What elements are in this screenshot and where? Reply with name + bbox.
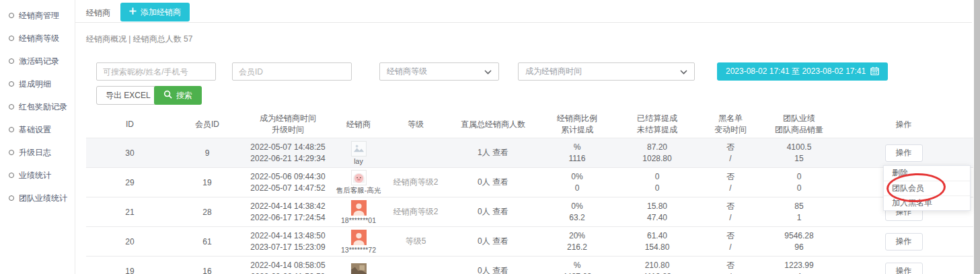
cell-ratio-commission: % 4427.63	[537, 260, 617, 274]
cell-blacklist: 否 /	[697, 260, 764, 274]
view-link[interactable]: 查看	[492, 236, 508, 246]
divider	[75, 22, 972, 23]
vertical-scrollbar[interactable]	[973, 0, 980, 274]
circle-icon	[9, 58, 14, 64]
cell-distributor: 13*******72	[335, 230, 382, 254]
sidebar-item-label: 升级日志	[19, 147, 51, 158]
sidebar-item-label: 业绩统计	[19, 170, 51, 181]
table-header-cell: 等级	[382, 119, 449, 130]
table-header-cell: 会员ID	[174, 119, 241, 130]
chevron-down-icon	[680, 67, 687, 77]
cell-team: 4100.5 15	[764, 142, 834, 165]
table-header-cell: 操作	[834, 119, 973, 130]
cell-team: 85 1	[764, 201, 834, 224]
cell-member-id: 19	[174, 178, 241, 187]
circle-icon	[9, 127, 14, 132]
sidebar-item-label: 提成明细	[19, 79, 51, 90]
table-header-row: ID 会员ID 成为经销商时间 升级时间 经销商 等级 直属总经销商人数 经销商…	[86, 111, 973, 138]
sidebar-item[interactable]: 基础设置	[0, 118, 75, 141]
add-distributor-button[interactable]: 添加经销商	[120, 3, 190, 21]
cell-settled: 87.20 1028.80	[617, 142, 697, 165]
row-action-button[interactable]: 操作	[885, 233, 923, 250]
cell-team: 0 0	[764, 171, 834, 194]
view-link[interactable]: 查看	[492, 266, 508, 274]
cell-times: 2022-05-07 14:48:25 2022-06-21 14:29:34	[241, 142, 335, 165]
cell-settled: 210.80 4113.83	[617, 260, 697, 274]
cell-blacklist: 否 /	[697, 230, 764, 253]
cell-id: 19	[86, 267, 174, 274]
date-range-button[interactable]: 2023-08-02 17:41 至 2023-08-02 17:41	[717, 62, 888, 81]
sidebar-item[interactable]: 经销商等级	[0, 27, 75, 50]
become-time-select-value: 成为经销商时间	[525, 66, 582, 77]
cell-id: 20	[86, 237, 174, 246]
table-row: 29 19 2022-05-06 09:44:30 2022-05-07 14:…	[86, 167, 973, 197]
default-person-avatar-icon	[351, 200, 367, 216]
cell-times: 2022-04-14 13:48:50 2023-07-17 15:23:09	[241, 230, 335, 253]
cell-id: 30	[86, 148, 174, 158]
search-button-label: 搜索	[176, 90, 192, 101]
circle-icon	[9, 195, 14, 201]
dropdown-item[interactable]: 删除	[884, 166, 970, 181]
cell-level: 等级5	[382, 236, 449, 247]
dropdown-item[interactable]: 加入黑名单	[884, 195, 970, 210]
default-person-avatar-icon	[351, 230, 367, 245]
cell-times: 2022-05-06 09:44:30 2022-05-07 14:47:52	[241, 171, 335, 194]
view-link[interactable]: 查看	[492, 177, 508, 187]
summary-text: 经销商概况 | 经销商总人数 57	[86, 34, 192, 45]
search-icon	[163, 90, 172, 101]
cell-action: 操作	[834, 263, 973, 274]
cell-direct-count: 0人 查看	[449, 206, 537, 218]
level-select-value: 经销商等级	[387, 66, 427, 77]
sidebar-item[interactable]: 提成明细	[0, 73, 75, 95]
sidebar-item[interactable]: 激活码记录	[0, 50, 75, 73]
broken-image-avatar-icon	[351, 141, 367, 156]
level-select[interactable]: 经销商等级	[379, 62, 499, 81]
view-link[interactable]: 查看	[492, 148, 508, 157]
export-excel-button[interactable]: 导出 EXCEL	[96, 86, 160, 105]
view-link[interactable]: 查看	[492, 207, 508, 216]
row-action-button[interactable]: 操作	[885, 144, 923, 162]
keyword-search-input[interactable]	[96, 62, 216, 81]
distributor-name: 18*******01	[341, 216, 376, 224]
member-id-input[interactable]	[232, 62, 352, 81]
sidebar-item[interactable]: 升级日志	[0, 141, 75, 164]
scrollbar-thumb[interactable]	[974, 0, 980, 274]
cell-times: 2022-04-14 08:58:05 2022-09-02 11:52:52	[241, 260, 335, 274]
dropdown-item-circled[interactable]: 团队会员	[884, 181, 970, 195]
sidebar-item-label: 经销商管理	[19, 10, 59, 21]
row-action-button[interactable]: 操作	[885, 263, 923, 274]
cell-direct-count: 1人 查看	[449, 147, 537, 158]
add-distributor-label: 添加经销商	[141, 7, 181, 18]
search-button[interactable]: 搜索	[154, 86, 202, 105]
cell-member-id: 28	[174, 208, 241, 217]
cell-blacklist: 否 /	[697, 201, 764, 224]
sidebar-item[interactable]: 红包奖励记录	[0, 95, 75, 118]
sidebar-item[interactable]: 团队业绩统计	[0, 187, 75, 210]
cell-member-id: 16	[174, 267, 241, 274]
become-time-select[interactable]: 成为经销商时间	[518, 62, 695, 81]
cell-action: 操作	[834, 144, 973, 162]
date-range-value: 2023-08-02 17:41 至 2023-08-02 17:41	[726, 66, 866, 77]
cell-settled: 61.40 154.80	[617, 230, 697, 253]
pig-cartoon-avatar-icon	[351, 170, 367, 185]
cell-direct-count: 0人 查看	[449, 177, 537, 188]
circle-icon	[9, 81, 14, 87]
sidebar-item-label: 团队业绩统计	[19, 193, 67, 204]
sidebar-item-label: 红包奖励记录	[19, 101, 67, 113]
cell-distributor: lay	[335, 141, 382, 165]
distributor-name: lay	[354, 157, 363, 165]
sidebar-item[interactable]: 经销商管理	[0, 4, 75, 27]
table-header-cell: 经销商	[335, 119, 382, 130]
cell-level: 经销商等级2	[382, 177, 449, 188]
distributor-table: ID 会员ID 成为经销商时间 升级时间 经销商 等级 直属总经销商人数 经销商…	[86, 111, 973, 274]
table-header-cell: ID	[86, 119, 174, 130]
cell-settled: 15.80 47.40	[617, 201, 697, 224]
table-header-cell: 成为经销商时间 升级时间	[241, 113, 335, 136]
table-row: 21 28 2022-04-14 14:38:42 2022-06-17 17:…	[86, 197, 973, 226]
sidebar-item-label: 经销商等级	[19, 33, 59, 44]
cell-level: 经销商等级2	[382, 206, 449, 218]
action-dropdown: 删除 团队会员 加入黑名单	[883, 165, 971, 211]
tab-distributor[interactable]: 经销商	[86, 7, 110, 19]
circle-icon	[9, 150, 14, 155]
sidebar-item[interactable]: 业绩统计	[0, 164, 75, 187]
